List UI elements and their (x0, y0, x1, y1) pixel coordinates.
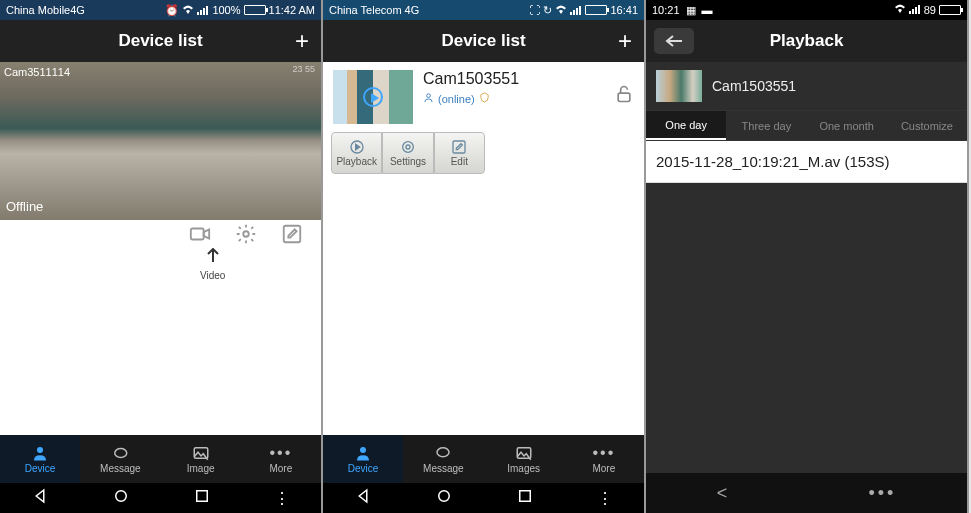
recording-file-label: 2015-11-28_10:19:21_M.av (153S) (656, 153, 890, 170)
settings-button[interactable]: Settings (382, 132, 433, 174)
recording-file-row[interactable]: 2015-11-28_10:19:21_M.av (153S) (646, 141, 967, 183)
svg-rect-25 (520, 491, 531, 502)
camera-header: Cam1503551 (646, 62, 967, 111)
wifi-icon (555, 5, 567, 15)
tab-more-label: More (269, 463, 292, 474)
edit-icon[interactable] (281, 223, 303, 249)
nav-back-button[interactable] (31, 487, 49, 509)
tab-device-label: Device (25, 463, 56, 474)
tab-one-month[interactable]: One month (807, 111, 887, 140)
screenshot-icon: ⛶ (529, 4, 540, 16)
page-title: Playback (770, 31, 844, 51)
shield-icon (479, 92, 490, 105)
svg-rect-29 (918, 5, 920, 14)
tab-one-day[interactable]: One day (646, 111, 726, 140)
page-title: Device list (118, 31, 202, 51)
nav-menu-button[interactable]: ••• (868, 483, 896, 504)
edit-button[interactable]: Edit (434, 132, 485, 174)
add-device-button[interactable]: + (618, 27, 632, 55)
nav-back-button[interactable] (354, 487, 372, 509)
unlock-icon[interactable] (614, 70, 634, 108)
tab-three-day[interactable]: Three day (726, 111, 806, 140)
nav-back-button[interactable]: < (717, 483, 728, 504)
sync-icon: ↻ (543, 4, 552, 17)
wifi-icon (894, 4, 906, 16)
nav-recent-button[interactable] (516, 487, 534, 509)
camera-toolbar (0, 220, 321, 252)
svg-rect-14 (579, 6, 581, 15)
status-bar: China Telecom 4G ⛶ ↻ 16:41 (323, 0, 644, 20)
video-hint-label: Video (200, 248, 225, 281)
tab-message[interactable]: Message (80, 435, 160, 483)
status-bar: 10:21 ▦ ▬ 89 (646, 0, 967, 20)
status-time: 11:42 AM (269, 4, 315, 16)
header-bar: Playback (646, 20, 967, 62)
back-button[interactable] (654, 28, 694, 54)
svg-point-9 (116, 491, 127, 502)
status-time: 10:21 (652, 4, 680, 16)
svg-rect-16 (618, 93, 630, 101)
android-nav-bar: < ••• (646, 473, 967, 513)
alarm-icon: ⏰ (165, 4, 179, 17)
grid-icon: ▦ (686, 4, 696, 17)
svg-point-19 (403, 142, 414, 153)
settings-icon[interactable] (235, 223, 257, 249)
battery-icon (244, 5, 266, 15)
android-nav-bar: ⋮ (323, 483, 644, 513)
nav-recent-button[interactable] (193, 487, 211, 509)
tab-message-label: Message (423, 463, 464, 474)
tab-more[interactable]: ••• More (241, 435, 321, 483)
carrier-label: China Mobile4G (6, 4, 85, 16)
nav-menu-button[interactable]: ⋮ (274, 489, 290, 508)
preview-timestamp: 23 55 (292, 64, 315, 74)
camera-name-label: Cam1503551 (423, 70, 604, 88)
phone-screen-2: China Telecom 4G ⛶ ↻ 16:41 Device list +… (323, 0, 646, 513)
nav-home-button[interactable] (435, 487, 453, 509)
tab-image[interactable]: Image (161, 435, 241, 483)
svg-rect-3 (206, 6, 208, 15)
add-device-button[interactable]: + (295, 27, 309, 55)
camera-status-label: Offline (6, 199, 43, 214)
playback-button[interactable]: Playback (331, 132, 382, 174)
tab-more[interactable]: ••• More (564, 435, 644, 483)
battery-icon (939, 5, 961, 15)
time-range-tabs: One day Three day One month Customize (646, 111, 967, 141)
svg-rect-27 (912, 9, 914, 14)
svg-rect-0 (197, 12, 199, 15)
camera-row[interactable]: Cam1503551 (online) (323, 62, 644, 132)
svg-rect-11 (570, 12, 572, 15)
camera-info: Cam1503551 (online) (423, 70, 604, 105)
camera-preview[interactable]: Cam3511114 23 55 Offline (0, 62, 321, 220)
svg-rect-13 (576, 8, 578, 15)
nav-home-button[interactable] (112, 487, 130, 509)
tab-device[interactable]: Device (323, 435, 403, 483)
svg-rect-28 (915, 7, 917, 14)
bottom-tabs: Device Message Image ••• More (0, 435, 321, 483)
svg-rect-26 (909, 11, 911, 14)
signal-icon (197, 5, 209, 15)
phone-screen-1: China Mobile4G ⏰ 100% 11:42 AM Device li… (0, 0, 323, 513)
carrier-label: China Telecom 4G (329, 4, 419, 16)
signal-icon (570, 5, 582, 15)
svg-rect-1 (200, 10, 202, 15)
battery-icon (585, 5, 607, 15)
signal-icon (909, 4, 921, 16)
svg-rect-12 (573, 10, 575, 15)
header-bar: Device list + (323, 20, 644, 62)
wifi-icon (182, 5, 194, 15)
tab-device[interactable]: Device (0, 435, 80, 483)
camera-thumbnail[interactable] (333, 70, 413, 124)
tab-device-label: Device (348, 463, 379, 474)
tab-images-label: Images (507, 463, 540, 474)
tab-message[interactable]: Message (403, 435, 483, 483)
header-bar: Device list + (0, 20, 321, 62)
tab-image-label: Image (187, 463, 215, 474)
svg-point-5 (243, 231, 249, 237)
tab-images[interactable]: Images (484, 435, 564, 483)
video-icon[interactable] (189, 223, 211, 249)
page-title: Device list (441, 31, 525, 51)
tab-customize[interactable]: Customize (887, 111, 967, 140)
nav-menu-button[interactable]: ⋮ (597, 489, 613, 508)
svg-rect-2 (203, 8, 205, 15)
svg-rect-6 (284, 226, 301, 243)
